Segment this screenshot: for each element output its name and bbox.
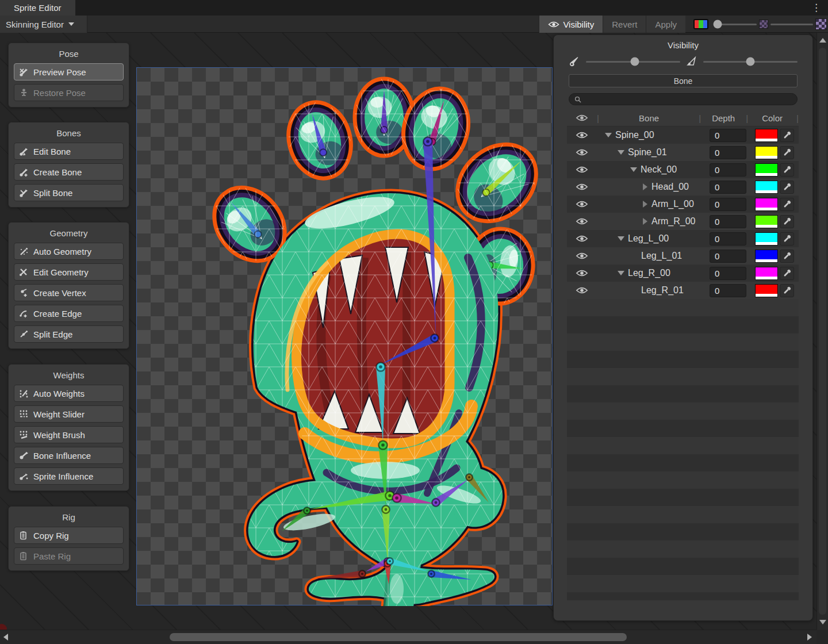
bone-name-cell[interactable]: Spine_00	[597, 130, 706, 140]
bone-tab[interactable]: Bone	[569, 74, 798, 87]
mesh-opacity-slider[interactable]	[703, 61, 798, 63]
bone-color-swatch[interactable]	[755, 215, 778, 228]
bone-name-cell[interactable]: Leg_L_00	[597, 233, 706, 244]
eye-icon[interactable]	[576, 200, 588, 208]
depth-input[interactable]: 0	[710, 181, 746, 194]
bone-row-arm_r_00[interactable]: Arm_R_000	[567, 213, 799, 230]
bone-opacity-knob[interactable]	[631, 57, 639, 66]
kebab-menu-icon[interactable]: ⋮	[811, 1, 821, 15]
vertical-scrollbar[interactable]	[816, 33, 828, 630]
restore-pose-button[interactable]: Restore Pose	[14, 84, 124, 101]
depth-input[interactable]: 0	[710, 215, 746, 228]
bone-name-cell[interactable]: Leg_L_01	[597, 251, 706, 261]
bone-name-cell[interactable]: Arm_R_00	[597, 216, 706, 227]
depth-input[interactable]: 0	[710, 129, 746, 142]
copy-rig-button[interactable]: Copy Rig	[14, 527, 124, 544]
visibility-eye-toggle[interactable]	[567, 217, 597, 225]
depth-input[interactable]: 0	[710, 163, 746, 177]
alpha-slider[interactable]	[715, 24, 757, 25]
create-vertex-button[interactable]: Create Vertex	[14, 284, 124, 301]
bone-row-leg_l_00[interactable]: Leg_L_000	[567, 230, 799, 247]
bone-color-swatch[interactable]	[755, 232, 778, 246]
eyedropper-button[interactable]	[780, 146, 794, 159]
bone-influence-button[interactable]: Bone Influence	[14, 447, 124, 464]
weight-brush-button[interactable]: Weight Brush	[14, 426, 124, 443]
edit-bone-button[interactable]: Edit Bone	[14, 143, 124, 160]
visibility-eye-toggle[interactable]	[567, 148, 597, 156]
scroll-right-icon[interactable]	[807, 634, 812, 641]
mip-slider[interactable]	[770, 24, 813, 25]
eye-icon[interactable]	[576, 286, 588, 294]
edit-geometry-button[interactable]: Edit Geometry	[14, 263, 124, 281]
eyedropper-button[interactable]	[780, 129, 794, 142]
bone-name-cell[interactable]: Leg_R_00	[597, 268, 706, 278]
eye-icon[interactable]	[576, 217, 588, 225]
visibility-eye-toggle[interactable]	[567, 131, 597, 139]
skinning-editor-dropdown[interactable]: Skinning Editor	[0, 16, 87, 33]
foldout-open-icon[interactable]	[618, 150, 624, 155]
eye-icon[interactable]	[576, 148, 588, 156]
bone-opacity-slider[interactable]	[586, 61, 680, 63]
visibility-eye-toggle[interactable]	[567, 166, 597, 174]
depth-input[interactable]: 0	[710, 198, 746, 211]
visibility-toggle-button[interactable]: Visibility	[539, 16, 603, 33]
bone-color-swatch[interactable]	[755, 250, 778, 263]
bone-name-cell[interactable]: Leg_R_01	[597, 285, 706, 296]
bone-name-cell[interactable]: Head_00	[597, 182, 706, 192]
eyedropper-button[interactable]	[780, 284, 794, 297]
paste-rig-button[interactable]: Paste Rig	[14, 547, 124, 565]
bone-color-swatch[interactable]	[755, 284, 778, 297]
bone-search-input[interactable]	[585, 94, 792, 104]
eyedropper-button[interactable]	[780, 250, 794, 263]
eye-icon[interactable]	[576, 166, 588, 174]
eyedropper-button[interactable]	[780, 163, 794, 177]
depth-input[interactable]: 0	[710, 267, 746, 280]
apply-button[interactable]: Apply	[646, 16, 685, 33]
bone-color-swatch[interactable]	[755, 129, 778, 142]
bone-row-arm_l_00[interactable]: Arm_L_000	[567, 195, 799, 213]
bone-color-swatch[interactable]	[755, 267, 778, 280]
weight-slider-button[interactable]: Weight Slider	[14, 405, 124, 423]
depth-input[interactable]: 0	[710, 232, 746, 246]
foldout-closed-icon[interactable]	[643, 183, 647, 190]
visibility-eye-toggle[interactable]	[567, 200, 597, 208]
foldout-open-icon[interactable]	[618, 271, 624, 275]
eyedropper-button[interactable]	[780, 215, 794, 228]
visibility-eye-toggle[interactable]	[567, 252, 597, 260]
depth-input[interactable]: 0	[710, 250, 746, 263]
vertical-scrollbar-thumb[interactable]	[819, 48, 826, 615]
depth-input[interactable]: 0	[710, 146, 746, 159]
revert-button[interactable]: Revert	[603, 16, 646, 33]
eye-icon[interactable]	[576, 235, 588, 243]
eyedropper-button[interactable]	[780, 267, 794, 280]
eyedropper-button[interactable]	[780, 232, 794, 246]
bone-name-cell[interactable]: Arm_L_00	[597, 199, 706, 209]
horizontal-scrollbar[interactable]	[0, 630, 828, 644]
foldout-closed-icon[interactable]	[643, 201, 647, 208]
bone-name-cell[interactable]: Spine_01	[597, 147, 706, 158]
create-edge-button[interactable]: Create Edge	[14, 305, 124, 322]
tab-sprite-editor[interactable]: Sprite Editor	[0, 0, 75, 16]
scroll-up-icon[interactable]	[819, 38, 826, 43]
split-bone-button[interactable]: Split Bone	[14, 184, 124, 201]
foldout-open-icon[interactable]	[630, 167, 637, 172]
visibility-eye-toggle[interactable]	[567, 269, 597, 277]
bone-search[interactable]	[569, 93, 798, 105]
depth-input[interactable]: 0	[710, 284, 746, 297]
visibility-eye-toggle[interactable]	[567, 183, 597, 191]
horizontal-scrollbar-thumb[interactable]	[170, 633, 627, 641]
eye-icon[interactable]	[576, 252, 588, 260]
mesh-opacity-knob[interactable]	[746, 57, 755, 66]
bone-color-swatch[interactable]	[755, 163, 778, 177]
preview-pose-button[interactable]: Preview Pose	[14, 63, 124, 80]
bone-row-head_00[interactable]: Head_000	[567, 178, 799, 195]
auto-geometry-button[interactable]: Auto Geometry	[14, 243, 124, 260]
scroll-down-icon[interactable]	[819, 620, 826, 624]
bone-color-swatch[interactable]	[755, 146, 778, 159]
sprite-influence-button[interactable]: Sprite Influence	[14, 467, 124, 485]
create-bone-button[interactable]: Create Bone	[14, 163, 124, 181]
bone-name-cell[interactable]: Neck_00	[597, 164, 706, 175]
auto-weights-button[interactable]: Auto Weights	[14, 385, 124, 402]
eye-icon[interactable]	[576, 269, 588, 277]
split-edge-button[interactable]: Split Edge	[14, 325, 124, 343]
